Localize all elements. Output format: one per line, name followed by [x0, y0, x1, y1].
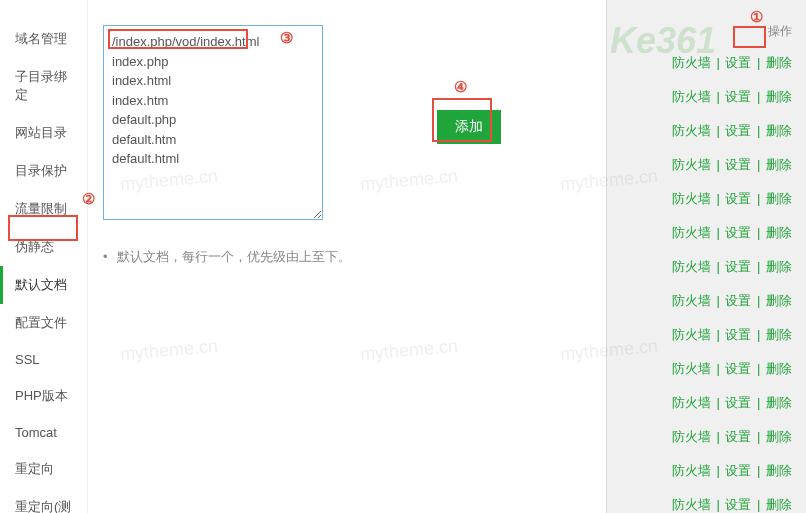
- settings-link[interactable]: 设置: [725, 123, 751, 138]
- sidebar-item-dirprotect[interactable]: 目录保护: [0, 152, 87, 190]
- main-panel: 添加 • 默认文档，每行一个，优先级由上至下。: [88, 0, 606, 513]
- table-row: 防火墙 | 设置 | 删除: [607, 250, 806, 284]
- settings-link[interactable]: 设置: [725, 259, 751, 274]
- delete-link[interactable]: 删除: [766, 497, 792, 512]
- table-row: 防火墙 | 设置 | 删除: [607, 182, 806, 216]
- settings-link[interactable]: 设置: [725, 89, 751, 104]
- annotation-label-4: ④: [454, 78, 467, 96]
- firewall-link[interactable]: 防火墙: [672, 259, 711, 274]
- table-header-actions: 操作: [607, 20, 806, 46]
- separator: |: [713, 225, 724, 240]
- table-row: 防火墙 | 设置 | 删除: [607, 352, 806, 386]
- separator: |: [713, 497, 724, 512]
- firewall-link[interactable]: 防火墙: [672, 123, 711, 138]
- separator: |: [753, 361, 764, 376]
- settings-link[interactable]: 设置: [725, 293, 751, 308]
- firewall-link[interactable]: 防火墙: [672, 497, 711, 512]
- firewall-link[interactable]: 防火墙: [672, 157, 711, 172]
- delete-link[interactable]: 删除: [766, 361, 792, 376]
- delete-link[interactable]: 删除: [766, 327, 792, 342]
- delete-link[interactable]: 删除: [766, 123, 792, 138]
- firewall-link[interactable]: 防火墙: [672, 327, 711, 342]
- table-row: 防火墙 | 设置 | 删除: [607, 454, 806, 488]
- settings-link[interactable]: 设置: [725, 497, 751, 512]
- delete-link[interactable]: 删除: [766, 395, 792, 410]
- settings-link[interactable]: 设置: [725, 55, 751, 70]
- settings-link[interactable]: 设置: [725, 327, 751, 342]
- delete-link[interactable]: 删除: [766, 429, 792, 444]
- separator: |: [753, 463, 764, 478]
- separator: |: [713, 55, 724, 70]
- default-doc-textarea[interactable]: [103, 25, 323, 220]
- delete-link[interactable]: 删除: [766, 259, 792, 274]
- settings-link[interactable]: 设置: [725, 361, 751, 376]
- table-row: 防火墙 | 设置 | 删除: [607, 80, 806, 114]
- delete-link[interactable]: 删除: [766, 293, 792, 308]
- firewall-link[interactable]: 防火墙: [672, 463, 711, 478]
- settings-link[interactable]: 设置: [725, 157, 751, 172]
- separator: |: [753, 395, 764, 410]
- firewall-link[interactable]: 防火墙: [672, 225, 711, 240]
- sidebar-item-defaultdoc[interactable]: 默认文档: [0, 266, 87, 304]
- annotation-label-1: ①: [750, 8, 763, 26]
- sidebar-item-webdir[interactable]: 网站目录: [0, 114, 87, 152]
- separator: |: [753, 429, 764, 444]
- table-row: 防火墙 | 设置 | 删除: [607, 284, 806, 318]
- separator: |: [713, 89, 724, 104]
- sidebar-item-traffic[interactable]: 流量限制: [0, 190, 87, 228]
- sidebar-item-php[interactable]: PHP版本: [0, 377, 87, 415]
- bullet-icon: •: [103, 249, 108, 264]
- settings-link[interactable]: 设置: [725, 429, 751, 444]
- sidebar-item-subdir[interactable]: 子目录绑定: [0, 58, 87, 114]
- sidebar-item-redirect-beta[interactable]: 重定向(测试版): [0, 488, 87, 513]
- separator: |: [753, 89, 764, 104]
- delete-link[interactable]: 删除: [766, 225, 792, 240]
- table-row: 防火墙 | 设置 | 删除: [607, 216, 806, 250]
- separator: |: [713, 191, 724, 206]
- separator: |: [713, 293, 724, 308]
- table-row: 防火墙 | 设置 | 删除: [607, 420, 806, 454]
- separator: |: [713, 327, 724, 342]
- firewall-link[interactable]: 防火墙: [672, 429, 711, 444]
- add-button[interactable]: 添加: [437, 110, 501, 144]
- firewall-link[interactable]: 防火墙: [672, 293, 711, 308]
- table-row: 防火墙 | 设置 | 删除: [607, 114, 806, 148]
- firewall-link[interactable]: 防火墙: [672, 89, 711, 104]
- table-row: 防火墙 | 设置 | 删除: [607, 148, 806, 182]
- table-row: 防火墙 | 设置 | 删除: [607, 488, 806, 513]
- firewall-link[interactable]: 防火墙: [672, 191, 711, 206]
- table-row: 防火墙 | 设置 | 删除: [607, 386, 806, 420]
- sidebar-item-ssl[interactable]: SSL: [0, 342, 87, 377]
- delete-link[interactable]: 删除: [766, 157, 792, 172]
- hint-text: • 默认文档，每行一个，优先级由上至下。: [103, 248, 591, 266]
- firewall-link[interactable]: 防火墙: [672, 55, 711, 70]
- separator: |: [713, 429, 724, 444]
- separator: |: [713, 463, 724, 478]
- separator: |: [753, 225, 764, 240]
- settings-link[interactable]: 设置: [725, 191, 751, 206]
- firewall-link[interactable]: 防火墙: [672, 395, 711, 410]
- settings-link[interactable]: 设置: [725, 395, 751, 410]
- settings-link[interactable]: 设置: [725, 225, 751, 240]
- settings-link[interactable]: 设置: [725, 463, 751, 478]
- separator: |: [753, 55, 764, 70]
- sidebar-item-config[interactable]: 配置文件: [0, 304, 87, 342]
- table-row: 防火墙 | 设置 | 删除: [607, 46, 806, 80]
- separator: |: [713, 259, 724, 274]
- separator: |: [713, 361, 724, 376]
- annotation-label-2: ②: [82, 190, 95, 208]
- annotation-label-3: ③: [280, 29, 293, 47]
- delete-link[interactable]: 删除: [766, 55, 792, 70]
- sidebar-item-domain[interactable]: 域名管理: [0, 20, 87, 58]
- sidebar-item-redirect[interactable]: 重定向: [0, 450, 87, 488]
- separator: |: [753, 327, 764, 342]
- hint-content: 默认文档，每行一个，优先级由上至下。: [117, 249, 351, 264]
- sidebar-item-rewrite[interactable]: 伪静态: [0, 228, 87, 266]
- delete-link[interactable]: 删除: [766, 191, 792, 206]
- sidebar-item-tomcat[interactable]: Tomcat: [0, 415, 87, 450]
- delete-link[interactable]: 删除: [766, 463, 792, 478]
- firewall-link[interactable]: 防火墙: [672, 361, 711, 376]
- separator: |: [753, 157, 764, 172]
- delete-link[interactable]: 删除: [766, 89, 792, 104]
- separator: |: [713, 157, 724, 172]
